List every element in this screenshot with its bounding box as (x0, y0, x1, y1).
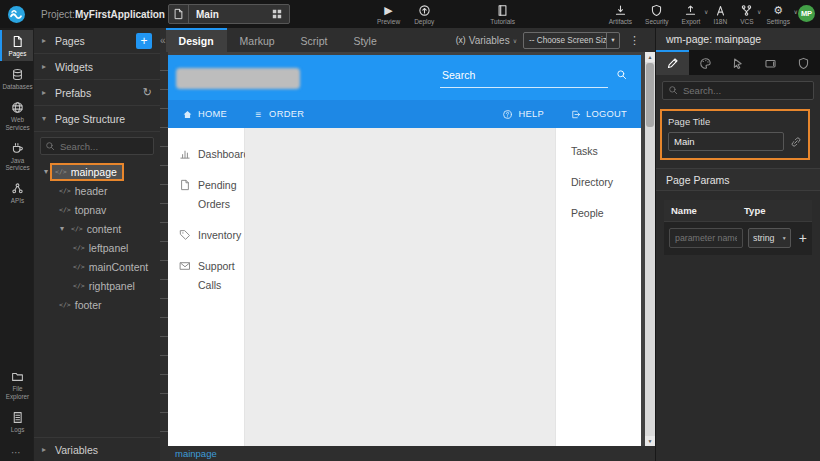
tree-node[interactable]: ▾ </> header (34, 181, 160, 200)
section-prefabs[interactable]: ▸ Prefabs ↻ (34, 80, 160, 106)
more-options-icon[interactable]: ⋯ (0, 447, 33, 458)
screen-size-select[interactable]: -- Choose Screen Size -- ▼ (523, 32, 620, 49)
code-icon: </> (73, 282, 85, 290)
canvas-tab[interactable]: Design (166, 28, 227, 52)
section-variables[interactable]: ▸ Variables (34, 437, 160, 461)
topbar-right-actions: Artifacts ∨ Security ∨ Export ∨ I18N ∨ V (609, 4, 790, 25)
refresh-icon[interactable]: ↻ (143, 86, 152, 99)
topbar-action[interactable]: I18N ∨ (713, 4, 727, 25)
select-arrow-icon: ▼ (782, 235, 790, 241)
canvas-tab-label: Style (353, 35, 376, 47)
section-widgets[interactable]: ▸ Widgets (34, 54, 160, 80)
canvas-logo-placeholder[interactable] (176, 68, 300, 89)
tree-node[interactable]: ▾ </> leftpanel (34, 238, 160, 257)
topbar-action[interactable]: ⚙ Settings ∨ (767, 4, 791, 25)
properties-search-input[interactable] (662, 81, 814, 100)
param-name-input[interactable] (669, 228, 743, 248)
tree-node-label: topnav (75, 204, 107, 216)
section-page-structure[interactable]: ▾ Page Structure (34, 106, 160, 132)
action-label: Deploy (414, 18, 434, 25)
search-icon[interactable] (616, 69, 627, 80)
tree-node[interactable]: ▾ </> mainpage (34, 162, 160, 181)
page-structure-tree: ▾ </> mainpage ▾ </> header ▾ </> t (34, 160, 160, 437)
activity-item[interactable]: Pages (0, 30, 33, 61)
canvas-nav-item[interactable]: HOME (182, 109, 227, 120)
page-selector[interactable]: Main (168, 4, 290, 24)
caret-down-icon[interactable]: ▾ (40, 167, 52, 176)
properties-tab[interactable] (656, 50, 689, 75)
canvas-nav-item[interactable]: LOGOUT (570, 109, 627, 120)
canvas-area: « Design Markup Script Style (x) Variabl… (160, 28, 655, 461)
canvas-tab[interactable]: Style (340, 28, 389, 52)
databases-icon (11, 68, 24, 81)
canvas-nav-item[interactable]: ≡ ORDER (253, 109, 304, 120)
activity-item[interactable]: APIs (0, 177, 33, 208)
topbar-action[interactable]: Export ∨ (682, 4, 701, 25)
add-param-button[interactable]: + (799, 231, 807, 245)
java-services-icon (11, 142, 24, 155)
topbar-action[interactable]: Deploy ∨ (414, 4, 434, 25)
properties-tab[interactable] (689, 50, 722, 75)
add-page-button[interactable]: + (136, 33, 152, 49)
tree-node-label: footer (75, 299, 102, 311)
topbar-action[interactable]: Tutorials ∨ (490, 4, 515, 25)
properties-tab[interactable] (787, 50, 820, 75)
canvas-main-content[interactable] (245, 128, 555, 446)
variables-dropdown[interactable]: (x) Variables ∨ (456, 35, 517, 46)
section-pages[interactable]: ▸ Pages + (34, 28, 160, 54)
canvas-left-nav-item[interactable]: Dashboard (179, 145, 244, 164)
canvas-tab[interactable]: Markup (227, 28, 288, 52)
canvas-toolbar: « Design Markup Script Style (x) Variabl… (160, 28, 655, 52)
activity-item-label: APIs (11, 197, 24, 204)
more-actions-icon[interactable]: ⋮ (629, 34, 640, 47)
canvas-scrollbar[interactable]: ▲ ▼ (645, 52, 655, 446)
scroll-down-icon[interactable]: ▼ (645, 436, 655, 446)
pages-grid-icon[interactable] (270, 7, 284, 21)
canvas-left-nav-item[interactable]: Pending Orders (179, 176, 244, 214)
user-avatar[interactable]: MP (798, 5, 815, 22)
canvas-app-header[interactable]: Search (168, 55, 641, 100)
activity-bar-bottom: File Explorer Logs (0, 365, 33, 439)
device-tab-icon (764, 57, 777, 70)
vcs-icon (740, 4, 753, 17)
code-icon: </> (71, 225, 83, 233)
activity-item[interactable]: Databases (0, 63, 33, 94)
action-label: Security (645, 18, 668, 25)
tree-node[interactable]: ▾ </> rightpanel (34, 276, 160, 295)
canvas-nav-item[interactable]: HELP (502, 109, 544, 120)
styles-tab-icon (699, 57, 712, 70)
activity-item[interactable]: Logs (0, 406, 33, 437)
canvas-right-nav-item[interactable]: Directory (571, 176, 641, 188)
topbar-action[interactable]: Security ∨ (645, 4, 668, 25)
properties-tab[interactable] (722, 50, 755, 75)
structure-search-input[interactable] (40, 137, 154, 155)
tree-node[interactable]: ▾ </> footer (34, 295, 160, 314)
canvas-tab[interactable]: Script (288, 28, 341, 52)
bind-link-icon[interactable] (790, 136, 802, 148)
app-logo[interactable] (0, 0, 33, 28)
topbar-action[interactable]: VCS ∨ (740, 4, 753, 25)
caret-down-icon[interactable]: ▾ (56, 224, 68, 233)
scroll-up-icon[interactable]: ▲ (645, 52, 655, 62)
canvas-left-nav-item[interactable]: Inventory (179, 226, 244, 245)
activity-item[interactable]: File Explorer (0, 365, 33, 403)
design-canvas[interactable]: Search HOME ≡ ORDER (168, 55, 641, 446)
canvas-right-nav-item[interactable]: Tasks (571, 145, 641, 157)
canvas-left-panel: Dashboard Pending Orders Inventory Suppo… (168, 128, 245, 446)
breadcrumb[interactable]: mainpage (175, 448, 217, 459)
topbar-action[interactable]: ▶ Preview ∨ (377, 4, 400, 25)
activity-item[interactable]: Web Services (0, 96, 33, 134)
activity-item[interactable]: Java Services (0, 137, 33, 175)
page-title-input[interactable] (668, 132, 784, 151)
scrollbar-thumb[interactable] (646, 63, 654, 127)
canvas-search-input[interactable]: Search (440, 67, 608, 88)
tree-node[interactable]: ▾ </> content (34, 219, 160, 238)
canvas-left-nav-item[interactable]: Support Calls (179, 257, 244, 295)
tree-node[interactable]: ▾ </> topnav (34, 200, 160, 219)
canvas-right-nav-item[interactable]: People (571, 207, 641, 219)
topbar-action[interactable]: Artifacts ∨ (609, 4, 632, 25)
properties-tab[interactable] (754, 50, 787, 75)
page-selector-value: Main (189, 9, 270, 20)
tree-node[interactable]: ▾ </> mainContent (34, 257, 160, 276)
param-type-select[interactable]: string ▼ (748, 228, 791, 248)
